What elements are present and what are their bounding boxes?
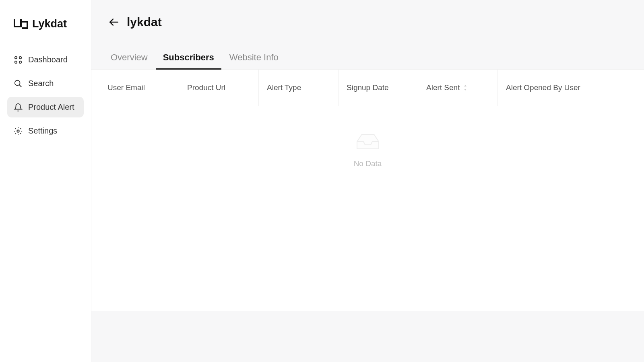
sidebar-item-search[interactable]: Search <box>7 73 84 94</box>
table-container: User Email Product Url Alert Type Signup… <box>91 70 644 311</box>
sidebar-item-label: Dashboard <box>28 55 68 64</box>
empty-state: No Data <box>91 106 644 168</box>
column-label: Signup Date <box>347 83 389 92</box>
brand-name: Lykdat <box>32 18 67 30</box>
svg-point-6 <box>17 130 19 132</box>
tab-label: Overview <box>111 52 148 62</box>
tab-label: Website Info <box>229 52 279 62</box>
tab-subscribers[interactable]: Subscribers <box>163 47 214 69</box>
lykdat-logo-icon <box>14 19 28 29</box>
column-header-alert-opened[interactable]: Alert Opened By User <box>498 70 636 106</box>
column-header-alert-sent[interactable]: Alert Sent <box>418 70 498 106</box>
svg-point-4 <box>15 80 20 85</box>
column-header-user-email[interactable]: User Email <box>99 70 179 106</box>
column-header-alert-type[interactable]: Alert Type <box>259 70 339 106</box>
nav-list: Dashboard Search Product Alert Settings <box>7 49 84 141</box>
sidebar-item-dashboard[interactable]: Dashboard <box>7 49 84 70</box>
column-label: Alert Type <box>267 83 301 92</box>
svg-point-0 <box>15 56 17 59</box>
column-label: Alert Sent <box>426 83 460 92</box>
tab-overview[interactable]: Overview <box>111 47 148 69</box>
empty-inbox-icon <box>354 130 382 152</box>
table-header-row: User Email Product Url Alert Type Signup… <box>91 70 644 106</box>
sidebar-item-label: Product Alert <box>28 103 74 112</box>
page-header: lykdat <box>91 15 644 29</box>
bell-icon <box>14 103 23 112</box>
tab-label: Subscribers <box>163 52 214 62</box>
svg-point-1 <box>19 56 22 59</box>
column-label: Product Url <box>187 83 225 92</box>
arrow-left-icon <box>109 17 119 27</box>
column-header-product-url[interactable]: Product Url <box>179 70 259 106</box>
gear-icon <box>14 127 23 136</box>
sidebar-item-settings[interactable]: Settings <box>7 121 84 141</box>
svg-point-3 <box>19 61 22 63</box>
page-title: lykdat <box>127 15 162 29</box>
search-icon <box>14 79 23 88</box>
column-label: Alert Opened By User <box>506 83 580 92</box>
column-label: User Email <box>107 83 145 92</box>
sidebar-item-label: Settings <box>28 126 57 136</box>
empty-state-text: No Data <box>354 159 382 168</box>
sort-icon <box>463 84 468 91</box>
svg-point-2 <box>15 61 17 63</box>
main-content: lykdat Overview Subscribers Website Info… <box>91 0 644 362</box>
svg-line-5 <box>19 84 22 87</box>
sidebar-item-product-alert[interactable]: Product Alert <box>7 97 84 117</box>
back-button[interactable] <box>108 16 120 28</box>
sidebar-item-label: Search <box>28 79 54 88</box>
brand-logo[interactable]: Lykdat <box>7 18 84 30</box>
tabs: Overview Subscribers Website Info <box>91 47 644 70</box>
grid-icon <box>14 56 23 64</box>
sidebar: Lykdat Dashboard Search Product Alert <box>0 0 91 362</box>
column-header-signup-date[interactable]: Signup Date <box>339 70 418 106</box>
tab-website-info[interactable]: Website Info <box>229 47 279 69</box>
